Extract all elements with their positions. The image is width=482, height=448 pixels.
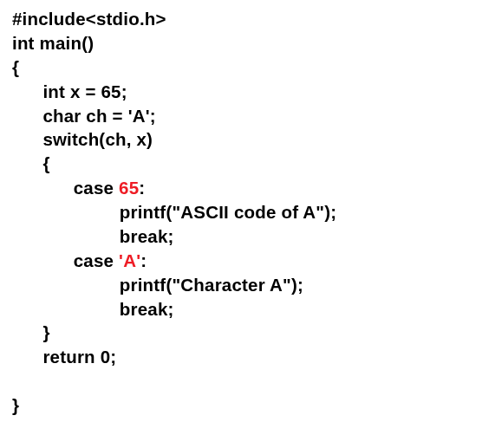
- indent: [12, 81, 42, 101]
- code-line: }: [12, 395, 19, 415]
- code-text: case: [74, 178, 119, 198]
- indent: [12, 347, 42, 367]
- indent: [12, 322, 42, 342]
- indent: [12, 129, 42, 149]
- code-line: {: [12, 57, 19, 77]
- code-text: case: [74, 250, 119, 270]
- code-line: return 0;: [42, 347, 116, 367]
- highlighted-value: 'A': [119, 250, 140, 270]
- indent: [12, 153, 42, 173]
- indent: [12, 226, 120, 246]
- code-line: #include<stdio.h>: [12, 9, 166, 29]
- code-line: }: [42, 322, 49, 342]
- indent: [12, 299, 120, 319]
- code-text: :: [140, 250, 147, 270]
- indent: [12, 275, 120, 295]
- highlighted-value: 65: [119, 178, 139, 198]
- code-line: break;: [120, 226, 174, 246]
- indent: [12, 202, 120, 222]
- code-line: char ch = 'A';: [42, 106, 155, 126]
- code-line: int x = 65;: [42, 81, 127, 101]
- indent: [12, 106, 42, 126]
- code-text: :: [139, 178, 145, 198]
- indent: [12, 250, 74, 270]
- code-line: printf("ASCII code of A");: [120, 202, 337, 222]
- code-line: printf("Character A");: [120, 275, 303, 295]
- code-snippet: #include<stdio.h> int main() { int x = 6…: [0, 0, 482, 426]
- indent: [12, 178, 74, 198]
- code-line: break;: [120, 299, 174, 319]
- code-line: switch(ch, x): [42, 129, 153, 149]
- code-line: {: [42, 153, 49, 173]
- code-line: int main(): [12, 33, 94, 53]
